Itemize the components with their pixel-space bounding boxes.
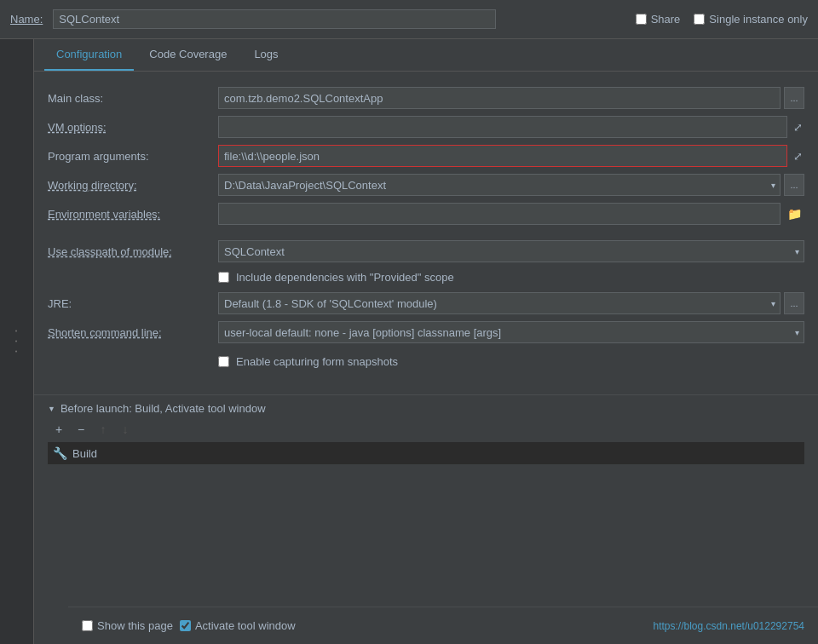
share-checkbox[interactable]	[636, 14, 647, 25]
activate-tool-checkbox-label[interactable]: Activate tool window	[180, 619, 296, 632]
single-instance-label: Single instance only	[709, 13, 808, 26]
tabs: Configuration Code Coverage Logs	[34, 39, 818, 72]
tab-code-coverage[interactable]: Code Coverage	[137, 39, 239, 71]
working-dir-select-wrap: ▾	[218, 174, 781, 196]
sidebar-dots: · · ·	[8, 329, 26, 354]
sidebar-strip: · · ·	[0, 39, 34, 644]
program-args-input-wrap: ⤢	[218, 145, 804, 167]
classpath-select[interactable]: SQLContext	[218, 240, 804, 262]
show-page-label: Show this page	[97, 619, 173, 632]
classpath-select-wrap: SQLContext ▾	[218, 240, 804, 262]
before-launch-add-btn[interactable]: +	[49, 420, 68, 439]
jre-label: JRE:	[48, 297, 218, 310]
main-class-input-wrap: ...	[218, 87, 804, 109]
vm-options-input[interactable]	[218, 116, 787, 138]
classpath-row: Use classpath of module: SQLContext ▾	[48, 237, 804, 266]
snapshots-checkbox[interactable]	[218, 356, 229, 367]
jre-browse-btn[interactable]: ...	[784, 292, 804, 314]
shorten-label: Shorten command line:	[48, 326, 218, 339]
working-dir-input[interactable]	[218, 174, 781, 196]
env-vars-input-wrap: 📁	[218, 203, 804, 225]
vm-expand-icon[interactable]: ⤢	[791, 120, 804, 134]
name-input[interactable]	[53, 9, 496, 29]
vm-options-label: VM options:	[48, 121, 218, 134]
activate-tool-label: Activate tool window	[195, 619, 296, 632]
before-launch-section: ▼ Before launch: Build, Activate tool wi…	[34, 394, 818, 464]
single-instance-checkbox-label[interactable]: Single instance only	[694, 13, 808, 26]
working-dir-label: Working directory:	[48, 179, 218, 192]
main-class-input[interactable]	[218, 87, 781, 109]
bottom-bar: Show this page Activate tool window http…	[68, 607, 818, 644]
program-args-label: Program arguments:	[48, 150, 218, 163]
show-page-checkbox-label[interactable]: Show this page	[82, 619, 173, 632]
shorten-select-wrap: user-local default: none - java [options…	[218, 321, 804, 343]
build-icon: 🔧	[53, 446, 67, 460]
top-right-controls: Share Single instance only	[636, 13, 808, 26]
env-vars-label: Environment variables:	[48, 208, 218, 221]
working-dir-input-wrap: ▾ ...	[218, 174, 804, 196]
program-args-expand-icon[interactable]: ⤢	[791, 149, 804, 163]
include-deps-row: Include dependencies with "Provided" sco…	[48, 266, 804, 289]
working-dir-browse-btn[interactable]: ...	[784, 174, 804, 196]
jre-row: JRE: Default (1.8 - SDK of 'SQLContext' …	[48, 289, 804, 318]
tab-configuration[interactable]: Configuration	[44, 39, 134, 71]
snapshots-wrap: Enable capturing form snapshots	[218, 355, 398, 368]
before-launch-up-btn[interactable]: ↑	[94, 420, 112, 439]
jre-select-wrap: Default (1.8 - SDK of 'SQLContext' modul…	[218, 292, 781, 314]
before-launch-toolbar: + − ↑ ↓	[48, 420, 804, 439]
classpath-input-wrap: SQLContext ▾	[218, 240, 804, 262]
share-checkbox-label[interactable]: Share	[636, 13, 681, 26]
form-area: Main class: ... VM options: ⤢ Program ar…	[34, 72, 818, 388]
main-class-label: Main class:	[48, 92, 218, 105]
before-launch-title: Before launch: Build, Activate tool wind…	[60, 402, 266, 415]
program-args-input[interactable]	[218, 145, 787, 167]
tab-logs[interactable]: Logs	[242, 39, 290, 71]
jre-select[interactable]: Default (1.8 - SDK of 'SQLContext' modul…	[218, 292, 781, 314]
vm-options-input-wrap: ⤢	[218, 116, 804, 138]
include-deps-checkbox[interactable]	[218, 272, 229, 283]
build-list-item: 🔧 Build	[48, 442, 804, 464]
env-vars-browse-btn[interactable]: 📁	[784, 203, 804, 225]
before-launch-down-btn[interactable]: ↓	[116, 420, 135, 439]
shorten-input-wrap: user-local default: none - java [options…	[218, 321, 804, 343]
snapshots-row: Enable capturing form snapshots	[48, 347, 804, 376]
build-item-label: Build	[72, 447, 97, 460]
main-class-row: Main class: ...	[48, 83, 804, 112]
shorten-select[interactable]: user-local default: none - java [options…	[218, 321, 804, 343]
program-args-row: Program arguments: ⤢	[48, 141, 804, 170]
before-launch-triangle: ▼	[48, 405, 55, 413]
env-vars-input[interactable]	[218, 203, 781, 225]
env-vars-row: Environment variables: 📁	[48, 199, 804, 228]
classpath-label: Use classpath of module:	[48, 245, 218, 258]
main-class-browse-btn[interactable]: ...	[784, 87, 804, 109]
snapshots-label: Enable capturing form snapshots	[236, 355, 398, 368]
top-bar: Name: Share Single instance only	[0, 0, 818, 39]
main-content: Configuration Code Coverage Logs Main cl…	[34, 39, 818, 644]
name-label: Name:	[10, 13, 43, 26]
working-dir-row: Working directory: ▾ ...	[48, 170, 804, 199]
include-deps-label: Include dependencies with "Provided" sco…	[236, 271, 454, 284]
jre-input-wrap: Default (1.8 - SDK of 'SQLContext' modul…	[218, 292, 804, 314]
blog-link[interactable]: https://blog.csdn.net/u012292754	[654, 620, 804, 632]
before-launch-header[interactable]: ▼ Before launch: Build, Activate tool wi…	[48, 402, 804, 415]
activate-tool-checkbox[interactable]	[180, 620, 191, 631]
share-label: Share	[651, 13, 681, 26]
before-launch-remove-btn[interactable]: −	[72, 420, 90, 439]
show-page-checkbox[interactable]	[82, 620, 93, 631]
vm-options-row: VM options: ⤢	[48, 112, 804, 141]
single-instance-checkbox[interactable]	[694, 14, 705, 25]
shorten-row: Shorten command line: user-local default…	[48, 318, 804, 347]
